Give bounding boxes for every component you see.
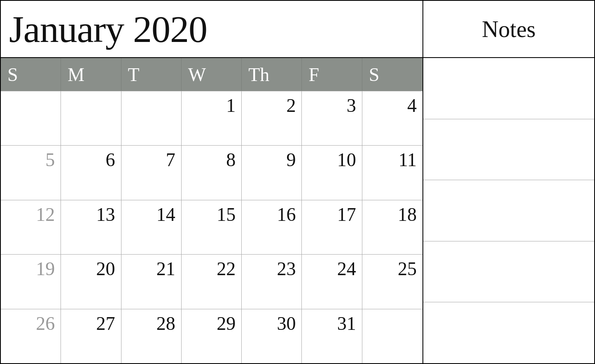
day-header-s: S: [362, 58, 422, 91]
day-cell: [362, 309, 422, 363]
notes-panel: Notes: [423, 1, 594, 363]
weeks-container: 1234567891011121314151617181920212223242…: [1, 91, 422, 363]
day-cell: 27: [61, 309, 121, 363]
day-cell: 18: [362, 200, 422, 254]
calendar-main: January 2020 SMTWThFS 123456789101112131…: [1, 1, 423, 363]
notes-row-5[interactable]: [423, 302, 594, 363]
day-cell: 31: [302, 309, 362, 363]
day-cell: 11: [362, 146, 422, 199]
week-row-3: 12131415161718: [1, 200, 422, 254]
day-cell: 19: [1, 255, 61, 308]
day-cell: [1, 91, 61, 145]
calendar-header: January 2020: [1, 1, 422, 58]
day-header-w: W: [182, 58, 242, 91]
day-cell: 23: [242, 255, 302, 308]
day-cell: 29: [182, 309, 242, 363]
day-cell: 13: [61, 200, 121, 254]
day-cell: 24: [302, 255, 362, 308]
notes-row-2[interactable]: [423, 119, 594, 180]
day-cell: 14: [121, 200, 182, 254]
day-cell: 8: [182, 146, 242, 199]
week-row-1: 1234: [1, 91, 422, 145]
day-cell: 12: [1, 200, 61, 254]
day-cell: 22: [182, 255, 242, 308]
week-row-4: 19202122232425: [1, 254, 422, 308]
day-cell: 21: [121, 255, 182, 308]
notes-rows: [423, 58, 594, 363]
day-cell: 28: [121, 309, 182, 363]
day-header-m: M: [61, 58, 121, 91]
day-cell: 15: [182, 200, 242, 254]
notes-row-3[interactable]: [423, 180, 594, 241]
day-cell: 30: [242, 309, 302, 363]
day-cell: [121, 91, 182, 145]
day-cell: 7: [121, 146, 182, 199]
day-header-t: T: [121, 58, 182, 91]
day-headers-row: SMTWThFS: [1, 58, 422, 91]
day-cell: 9: [242, 146, 302, 199]
day-cell: 16: [242, 200, 302, 254]
day-cell: 6: [61, 146, 121, 199]
notes-row-4[interactable]: [423, 241, 594, 302]
day-cell: 10: [302, 146, 362, 199]
notes-header: Notes: [423, 1, 594, 58]
week-row-5: 262728293031: [1, 309, 422, 363]
day-cell: 25: [362, 255, 422, 308]
calendar-container: January 2020 SMTWThFS 123456789101112131…: [0, 0, 595, 364]
calendar-title: January 2020: [9, 7, 207, 51]
day-cell: 4: [362, 91, 422, 145]
day-cell: 3: [302, 91, 362, 145]
day-cell: 2: [242, 91, 302, 145]
day-cell: 17: [302, 200, 362, 254]
notes-row-1[interactable]: [423, 58, 594, 119]
day-cell: 5: [1, 146, 61, 199]
week-row-2: 567891011: [1, 145, 422, 199]
day-cell: [61, 91, 121, 145]
day-cell: 20: [61, 255, 121, 308]
day-header-f: F: [302, 58, 362, 91]
day-header-s: S: [1, 58, 61, 91]
day-cell: 26: [1, 309, 61, 363]
day-header-thu: Th: [242, 58, 302, 91]
calendar-grid: SMTWThFS 1234567891011121314151617181920…: [1, 58, 422, 363]
day-cell: 1: [182, 91, 242, 145]
